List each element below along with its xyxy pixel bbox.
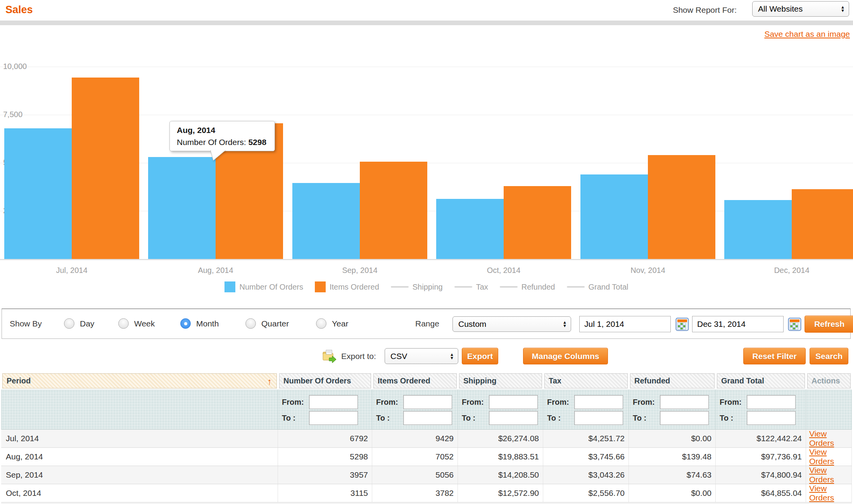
legend-label: Items Ordered	[330, 283, 379, 292]
manage-columns-button[interactable]: Manage Columns	[523, 348, 608, 364]
show-report-for-label: Show Report For:	[673, 5, 737, 15]
chart-bar-number-of-orders[interactable]	[148, 157, 216, 259]
date-from-input[interactable]: Jul 1, 2014	[579, 316, 671, 332]
legend-line-icon	[391, 286, 409, 288]
chart-bar-number-of-orders[interactable]	[292, 183, 360, 259]
filter-to-input-items-ordered[interactable]	[403, 411, 452, 425]
filter-to-input-refunded[interactable]	[660, 411, 709, 425]
cell-refunded: $139.48	[629, 448, 716, 466]
legend-item-tax: Tax	[454, 283, 488, 292]
filter-to-input-tax[interactable]	[574, 411, 623, 425]
column-header-shipping[interactable]: Shipping	[458, 372, 543, 390]
search-button[interactable]: Search	[810, 348, 848, 364]
chart-bar-items-ordered[interactable]	[360, 162, 427, 259]
show-by-radio-day[interactable]: Day	[64, 318, 94, 329]
chart-legend: Number Of OrdersItems OrderedShippingTax…	[0, 281, 853, 292]
sales-report-table: Period↑Number Of OrdersItems OrderedShip…	[1, 372, 852, 504]
table-body: Jul, 201467929429$26,274.08$4,251.72$0.0…	[1, 430, 852, 502]
filter-to-input-number-of-orders[interactable]	[309, 411, 358, 425]
legend-line-icon	[500, 286, 518, 288]
table-row: Sep, 201439575056$14,208.50$3,043.26$74.…	[1, 466, 852, 484]
export-format-value: CSV	[390, 352, 407, 361]
filter-to-input-shipping[interactable]	[489, 411, 538, 425]
column-header-items-ordered[interactable]: Items Ordered	[372, 372, 458, 390]
column-header-label: Items Ordered	[373, 373, 457, 388]
filter-from-input-number-of-orders[interactable]	[309, 395, 358, 409]
column-header-refunded[interactable]: Refunded	[629, 372, 716, 390]
chart-bar-number-of-orders[interactable]	[4, 128, 72, 259]
view-orders-link[interactable]: View Orders	[809, 484, 851, 502]
tooltip-metric: Number Of Orders: 5298	[177, 138, 275, 147]
page-title: Sales	[5, 4, 33, 16]
x-axis-category-label: Jul, 2014	[4, 266, 139, 275]
chart-bar-items-ordered[interactable]	[792, 189, 853, 259]
cell-period: Aug, 2014	[1, 448, 278, 466]
legend-label: Number Of Orders	[239, 283, 303, 292]
date-to-input[interactable]: Dec 31, 2014	[692, 316, 784, 332]
legend-label: Shipping	[413, 283, 443, 292]
column-header-grand-total[interactable]: Grand Total	[716, 372, 806, 390]
column-header-label: Grand Total	[717, 373, 805, 388]
chart-bar-number-of-orders[interactable]	[580, 174, 648, 259]
view-orders-link[interactable]: View Orders	[809, 466, 851, 484]
save-chart-link[interactable]: Save chart as an image	[764, 29, 850, 39]
column-header-period[interactable]: Period↑	[1, 372, 278, 390]
column-header-number-of-orders[interactable]: Number Of Orders	[278, 372, 372, 390]
chart-bar-number-of-orders[interactable]	[724, 200, 792, 259]
range-select[interactable]: Custom ▲▼	[452, 316, 571, 332]
export-button[interactable]: Export	[462, 348, 498, 364]
show-by-radio-quarter[interactable]: Quarter	[245, 318, 289, 329]
calendar-from-icon[interactable]	[675, 317, 689, 333]
filter-to-input-grand-total[interactable]	[747, 411, 796, 425]
filter-from-input-shipping[interactable]	[489, 395, 538, 409]
view-orders-link[interactable]: View Orders	[809, 430, 851, 447]
table-row: Aug, 201452987052$19,883.51$3,745.66$139…	[1, 448, 852, 466]
view-orders-link[interactable]: View Orders	[809, 448, 851, 466]
column-header-label: Number Of Orders	[279, 373, 371, 388]
filter-from-input-refunded[interactable]	[660, 395, 709, 409]
table-filter-row: From:To :From:To :From:To :From:To :From…	[1, 390, 852, 430]
refresh-button[interactable]: Refresh	[805, 316, 853, 333]
export-format-select[interactable]: CSV ▲▼	[385, 348, 458, 364]
reset-filter-button[interactable]: Reset Filter	[743, 348, 806, 364]
filter-from-input-grand-total[interactable]	[747, 395, 796, 409]
x-axis-category-label: Aug, 2014	[148, 266, 283, 275]
export-bar: Export to: CSV ▲▼ Export Manage Columns …	[0, 346, 853, 367]
filter-cell-grand-total: From:To :	[716, 390, 806, 430]
cell-tax: $2,556.70	[543, 484, 629, 502]
cell-tax: $4,251.72	[543, 430, 629, 447]
show-by-radio-month[interactable]: Month	[180, 318, 219, 329]
cell-period: Sep, 2014	[1, 466, 278, 484]
filter-from-input-tax[interactable]	[574, 395, 623, 409]
filter-cell-items-ordered: From:To :	[372, 390, 458, 430]
show-by-radio-year[interactable]: Year	[316, 318, 348, 329]
calendar-to-icon[interactable]	[788, 317, 802, 333]
website-scope-select[interactable]: All Websites ▲▼	[752, 1, 849, 17]
chart-bar-items-ordered[interactable]	[504, 186, 571, 259]
show-by-radio-week[interactable]: Week	[118, 318, 155, 329]
chart-bar-items-ordered[interactable]	[72, 78, 139, 259]
cell-items-ordered: 3782	[372, 484, 458, 502]
select-arrows-icon: ▲▼	[563, 321, 567, 328]
chart-bar-number-of-orders[interactable]	[436, 199, 504, 259]
website-scope-value: All Websites	[758, 4, 803, 14]
cell-grand-total: $97,736.91	[716, 448, 806, 466]
column-header-label: Actions	[807, 373, 851, 388]
range-label: Range	[415, 319, 439, 328]
radio-label: Day	[80, 319, 94, 328]
column-header-tax[interactable]: Tax	[543, 372, 629, 390]
filter-line: From:	[282, 395, 372, 409]
filter-to-label: To :	[376, 414, 403, 423]
radio-label: Week	[134, 319, 155, 328]
legend-item-number-of-orders: Number Of Orders	[224, 281, 303, 292]
x-axis-category-label: Sep, 2014	[292, 266, 427, 275]
radio-label: Quarter	[261, 319, 289, 328]
chart-bar-items-ordered[interactable]	[648, 155, 715, 259]
cell-period: Oct, 2014	[1, 484, 278, 502]
filter-line: To :	[462, 411, 543, 425]
legend-label: Grand Total	[589, 283, 629, 292]
filter-from-input-items-ordered[interactable]	[403, 395, 452, 409]
select-arrows-icon: ▲▼	[841, 5, 845, 12]
filter-line: To :	[720, 411, 806, 425]
cell-grand-total: $122,442.24	[716, 430, 806, 447]
